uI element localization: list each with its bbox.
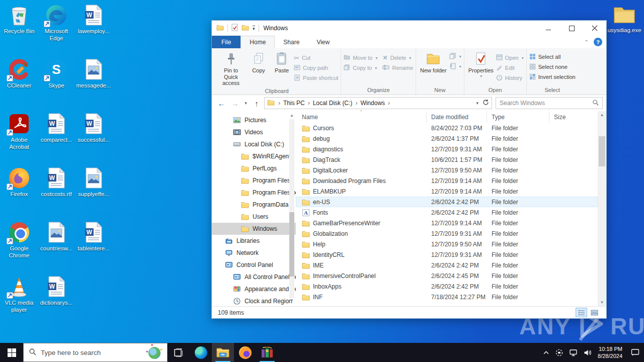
task-view-button[interactable] (168, 343, 190, 362)
forward-button[interactable]: → (229, 97, 241, 109)
show-hidden-icons-chevron[interactable] (543, 350, 549, 355)
cut-button[interactable]: ✂ Cut (294, 54, 338, 62)
taskbar-firefox-button[interactable] (234, 343, 256, 362)
large-icons-view-button[interactable] (589, 308, 600, 317)
customize-qat-chevron-icon[interactable]: ▾ (253, 26, 255, 31)
copy-button[interactable]: Copy (248, 50, 270, 75)
search-box[interactable] (496, 97, 603, 109)
details-view-button[interactable] (576, 308, 587, 317)
file-row[interactable]: DiagTrack 10/6/2021 1:57 PM File folder (296, 154, 598, 165)
select-all-button[interactable]: Select all (529, 53, 576, 61)
invert-selection-button[interactable]: Invert selection (529, 73, 576, 81)
network-icon[interactable] (569, 349, 578, 356)
breadcrumb-item[interactable]: This PC (283, 100, 305, 107)
history-button[interactable]: History (496, 74, 524, 82)
file-row[interactable]: IME 2/6/2024 2:42 PM File folder (296, 260, 598, 270)
scrollbar-thumb[interactable] (599, 136, 605, 166)
open-button[interactable]: Open▾ (496, 54, 524, 62)
properties-qat-icon[interactable] (231, 24, 238, 33)
file-row[interactable]: ImmersiveControlPanel 2/6/2024 2:45 PM F… (296, 270, 598, 281)
tab-view[interactable]: View (308, 36, 338, 48)
nav-item-clock-and-region[interactable]: Clock and Region (212, 295, 296, 306)
desktop-icon[interactable]: Microsoft Edge (38, 4, 74, 42)
nav-item-network[interactable]: Network (212, 247, 296, 259)
taskbar-winrar-button[interactable] (256, 343, 278, 362)
nav-scrollbar[interactable]: ▲ ▼ (289, 113, 295, 304)
file-row[interactable]: Help 12/7/2019 9:50 AM File folder (296, 239, 598, 249)
nav-item-windows[interactable]: Windows (212, 223, 296, 235)
nav-item-program-files[interactable]: Program Files (212, 174, 296, 187)
nav-item-videos[interactable]: Videos (212, 126, 296, 138)
desktop-icon-usysdiag[interactable]: usysdiag.exe (606, 4, 643, 33)
desktop-icon[interactable]: S Skype (38, 58, 74, 89)
action-center-icon[interactable] (628, 348, 640, 356)
tray-app-icon[interactable] (555, 348, 564, 357)
desktop-icon[interactable]: W successful... (75, 113, 112, 143)
file-row[interactable]: Globalization 12/7/2019 9:31 AM File fol… (296, 228, 598, 239)
file-row[interactable]: AFonts 2/6/2024 2:42 PM File folder (296, 207, 598, 218)
desktop-icon[interactable]: CCleaner (1, 58, 37, 89)
column-header-type[interactable]: Type (487, 111, 549, 123)
desktop-icon[interactable]: W tableintere... (75, 221, 112, 252)
rename-button[interactable]: Rename (382, 64, 413, 72)
copy-path-button[interactable]: Copy path (294, 64, 338, 72)
maximize-button[interactable] (560, 21, 583, 36)
file-row[interactable]: InboxApps 2/6/2024 2:42 PM File folder (296, 281, 598, 292)
file-list-scrollbar[interactable]: ▲ ▼ (598, 111, 606, 306)
desktop-icon[interactable]: Adobe Acrobat (1, 113, 37, 150)
start-button[interactable] (0, 343, 23, 362)
paste-button[interactable]: Paste (271, 50, 293, 75)
paste-shortcut-button[interactable]: Paste shortcut (294, 74, 338, 82)
nav-item-local-disk-c-[interactable]: Local Disk (C:) (212, 138, 296, 150)
scroll-down-icon[interactable]: ▼ (290, 298, 294, 304)
properties-button[interactable]: Properties ▾ (467, 50, 495, 79)
desktop-icon[interactable]: supplyeffe... (75, 167, 112, 198)
file-row[interactable]: Cursors 8/24/2022 7:03 PM File folder (296, 123, 598, 133)
help-icon[interactable]: ? (594, 38, 602, 46)
column-header-size[interactable]: Size (549, 111, 598, 123)
collapse-ribbon-chevron-icon[interactable]: ⌃ (585, 39, 589, 45)
move-to-button[interactable]: Move to▾ (344, 54, 377, 62)
file-row[interactable]: ELAMBKUP 12/7/2019 9:14 AM File folder (296, 186, 598, 197)
search-input[interactable] (500, 100, 592, 107)
clock[interactable]: 10:18 PM 8/28/2024 (598, 345, 622, 360)
back-button[interactable]: ← (215, 97, 227, 109)
select-none-button[interactable]: Select none (529, 63, 576, 71)
minimize-button[interactable] (537, 21, 560, 36)
desktop-icon[interactable]: W costcosts.rtf (38, 167, 74, 198)
nav-item-libraries[interactable]: Libraries (212, 235, 296, 247)
pin-to-quick-access-button[interactable]: Pin to Quick access (215, 50, 247, 87)
close-button[interactable] (583, 21, 606, 36)
refresh-icon[interactable] (482, 99, 489, 107)
nav-item-pictures[interactable]: Pictures (212, 114, 296, 126)
breadcrumb[interactable]: ›This PC›Local Disk (C:)›Windows› ▾ (264, 97, 492, 109)
breadcrumb-item[interactable]: Local Disk (C:) (313, 100, 353, 107)
recent-locations-chevron-icon[interactable]: ▾ (243, 97, 249, 109)
taskbar-search[interactable]: ♥ ♥ ♥ (23, 343, 168, 362)
desktop-icon[interactable]: Firefox (1, 167, 37, 198)
address-dropdown-chevron-icon[interactable]: ▾ (476, 101, 478, 106)
nav-item-program-files-x86-[interactable]: Program Files (x86) (212, 187, 296, 199)
file-row[interactable]: diagnostics 12/7/2019 9:31 AM File folde… (296, 144, 598, 154)
taskbar-edge-button[interactable] (190, 343, 212, 362)
column-header-date-modified[interactable]: Date modified (427, 111, 487, 123)
desktop-icon[interactable]: countriesw... (38, 221, 74, 252)
file-row[interactable]: en-US 2/6/2024 2:42 PM File folder (296, 197, 598, 207)
nav-item-programdata[interactable]: ProgramData (212, 199, 296, 211)
nav-item-users[interactable]: Users (212, 211, 296, 223)
delete-button[interactable]: ✕ Delete▾ (382, 54, 413, 62)
file-row[interactable]: INF 7/18/2024 12:27 PM File folder (296, 292, 598, 302)
nav-item--winreagent[interactable]: $WinREAgent (212, 150, 296, 162)
desktop-icon[interactable]: VLC media player (1, 276, 37, 313)
taskbar-file-explorer-button[interactable] (212, 343, 234, 362)
scroll-up-icon[interactable]: ▲ (290, 113, 294, 119)
desktop-icon[interactable]: Google Chrome (1, 221, 37, 259)
edit-button[interactable]: Edit (496, 64, 524, 72)
volume-icon[interactable] (584, 349, 592, 356)
tab-file[interactable]: File (212, 36, 240, 48)
tab-home[interactable]: Home (240, 36, 275, 48)
tab-share[interactable]: Share (275, 36, 308, 48)
up-button[interactable]: ↑ (251, 97, 263, 109)
taskbar-search-input[interactable] (41, 349, 142, 356)
easy-access-button[interactable]: ▾ (449, 62, 461, 70)
